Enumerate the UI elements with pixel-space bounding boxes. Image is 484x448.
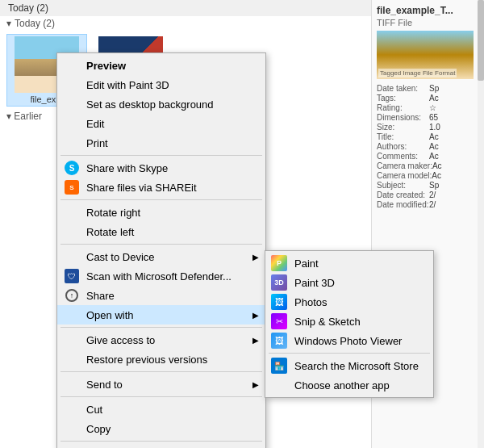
menu-item-label: Rotate right (86, 207, 140, 219)
chevron-down-icon: ▾ (6, 18, 11, 29)
menu-item-label: Share (86, 290, 115, 302)
prop-label: Date modified: (377, 200, 429, 209)
chevron-down-icon-2: ▾ (6, 111, 11, 122)
prop-row: Comments:Ac (377, 152, 479, 161)
menu-item-edit[interactable]: Edit (57, 114, 265, 133)
prop-label: Camera maker: (377, 161, 432, 170)
prop-row: Dimensions:65 (377, 113, 479, 122)
menu-item-label: Print (86, 137, 108, 149)
submenu-item-label: Paint 3D (294, 277, 335, 289)
prop-label: Date created: (377, 191, 429, 199)
prop-value: Ac (432, 161, 479, 170)
menu-item-edit-paint3d[interactable]: Edit with Paint 3D (57, 75, 265, 94)
menu-item-preview[interactable]: Preview (57, 56, 265, 75)
submenu-item-paint3d[interactable]: 3DPaint 3D (265, 273, 433, 292)
prop-label: Rating: (377, 103, 429, 112)
earlier-group: ▾ Earlier (0, 109, 48, 124)
submenu-item-store[interactable]: 🏪Search the Microsoft Store (265, 356, 433, 375)
menu-item-label: Open with (86, 309, 134, 321)
prop-row: Rating:☆ (377, 103, 479, 112)
submenu-item-label: Snip & Sketch (294, 316, 361, 328)
prop-label: Title: (377, 132, 429, 141)
scrollbar[interactable] (478, 0, 484, 448)
menu-item-label: Rotate left (86, 226, 134, 238)
menu-item-shareit[interactable]: SShare files via SHAREit (57, 178, 265, 197)
menu-item-label: Preview (86, 60, 126, 72)
prop-label: Size: (377, 123, 429, 132)
prop-value: Ac (432, 171, 479, 180)
menu-item-label: Scan with Microsoft Defender... (86, 270, 232, 283)
menu-item-print[interactable]: Print (57, 133, 265, 153)
paint-app-icon: P (270, 254, 288, 272)
submenu-item-label: Photos (294, 296, 327, 308)
shareit-icon: S (64, 179, 80, 195)
menu-divider (60, 396, 262, 397)
prop-value: ☆ (429, 103, 479, 112)
context-menu: PreviewEdit with Paint 3DSet as desktop … (56, 52, 266, 448)
submenu-item-photoviewer[interactable]: 🖼Windows Photo Viewer (265, 331, 433, 350)
menu-item-cast[interactable]: Cast to Device (57, 247, 265, 266)
right-panel-thumbnail (377, 31, 474, 79)
menu-item-openwith[interactable]: Open with (57, 305, 265, 324)
props-container: Date taken:SpTags:AcRating:☆Dimensions:6… (377, 84, 479, 209)
prop-row: Title:Ac (377, 132, 479, 141)
paint3d-app-icon: 3D (270, 274, 288, 291)
prop-value: Sp (429, 84, 479, 93)
prop-value: 2/ (429, 200, 479, 209)
prop-row: Date created:2/ (377, 191, 479, 199)
scrollbar-thumb[interactable] (478, 0, 484, 81)
prop-row: Authors:Ac (377, 142, 479, 151)
prop-row: Date modified:2/ (377, 200, 479, 209)
prop-label: Tags: (377, 94, 429, 103)
submenu-item-photos[interactable]: 🖼Photos (265, 292, 433, 312)
prop-value: 2/ (429, 191, 479, 199)
prop-row: Size:1.0 (377, 123, 479, 132)
prop-label: Dimensions: (377, 113, 429, 122)
menu-divider (60, 327, 262, 328)
prop-label: Camera model: (377, 171, 432, 180)
menu-item-label: Edit with Paint 3D (86, 79, 169, 91)
menu-item-label: Cast to Device (86, 251, 155, 263)
defender-icon: 🛡 (64, 268, 80, 284)
explorer-top-bar: Today (2) (0, 0, 371, 16)
menu-item-label: Copy (86, 423, 111, 435)
submenu-item-anotherapp[interactable]: Choose another app (265, 375, 433, 395)
menu-item-label: Share files via SHAREit (86, 182, 197, 194)
submenu-openwith: PPaint3DPaint 3D🖼Photos✂Snip & Sketch🖼Wi… (265, 250, 434, 398)
menu-item-giveaccess[interactable]: Give access to (57, 330, 265, 350)
menu-item-cut[interactable]: Cut (57, 400, 265, 419)
menu-item-label: Restore previous versions (86, 354, 207, 366)
menu-item-share[interactable]: ↑Share (57, 286, 265, 305)
prop-row: Camera maker:Ac (377, 161, 479, 170)
skype-icon: S (64, 160, 80, 176)
submenu-item-label: Windows Photo Viewer (294, 335, 402, 347)
menu-item-label: Share with Skype (86, 162, 168, 174)
menu-item-create-shortcut[interactable]: Create shortcut (57, 444, 265, 448)
menu-item-desktop-bg[interactable]: Set as desktop background (57, 94, 265, 114)
menu-item-restore[interactable]: Restore previous versions (57, 350, 265, 369)
prop-row: Tags:Ac (377, 94, 479, 103)
prop-value: 65 (429, 113, 479, 122)
menu-divider (60, 155, 262, 156)
submenu-item-label: Choose another app (294, 379, 390, 391)
prop-label: Subject: (377, 181, 429, 190)
menu-item-rotate-left[interactable]: Rotate left (57, 222, 265, 241)
right-panel-type: TIFF File (377, 18, 479, 27)
menu-item-label: Give access to (86, 334, 155, 346)
menu-divider (60, 441, 262, 442)
submenu-item-snip[interactable]: ✂Snip & Sketch (265, 312, 433, 331)
submenu-divider (269, 353, 430, 354)
share-icon: ↑ (64, 287, 80, 304)
prop-value: Ac (429, 94, 479, 103)
prop-value: 1.0 (429, 123, 479, 132)
menu-item-copy[interactable]: Copy (57, 419, 265, 438)
menu-item-sendto[interactable]: Send to (57, 375, 265, 394)
submenu-item-paint[interactable]: PPaint (265, 253, 433, 273)
menu-divider (60, 371, 262, 372)
menu-item-skype[interactable]: SShare with Skype (57, 158, 265, 178)
menu-item-label: Edit (86, 118, 104, 130)
menu-item-label: Send to (86, 379, 123, 391)
menu-item-label: Cut (86, 404, 102, 416)
menu-item-defender[interactable]: 🛡Scan with Microsoft Defender... (57, 266, 265, 286)
menu-item-rotate-right[interactable]: Rotate right (57, 203, 265, 222)
